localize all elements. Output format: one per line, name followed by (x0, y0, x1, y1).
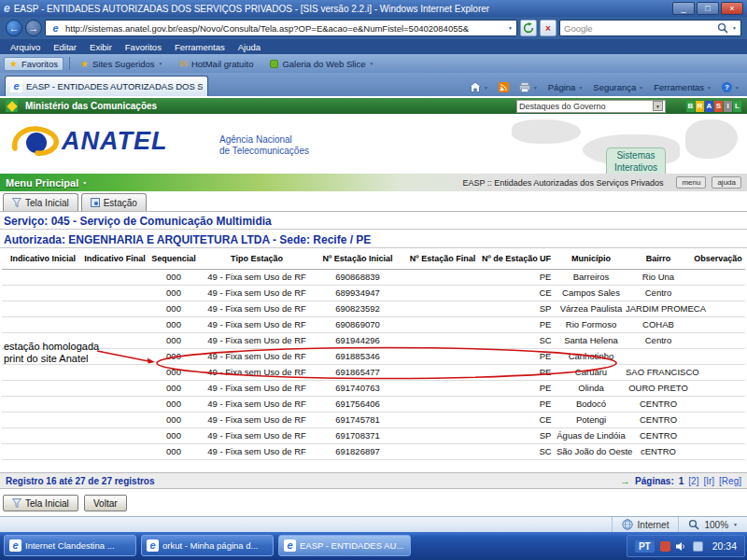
search-input[interactable]: Google (564, 23, 713, 34)
table-cell: 000 (146, 285, 202, 301)
tray-icon[interactable] (693, 541, 703, 552)
tools-menu-label: Ferramentas (654, 82, 704, 92)
menubar-item[interactable]: Arquivo (4, 42, 47, 52)
security-zone: Internet (612, 517, 679, 532)
address-dropdown-arrow[interactable]: ▼ (508, 25, 513, 31)
browser-tab[interactable]: e EASP - ENTIDADES AUTORIZADAS DOS SERVI… (5, 76, 208, 96)
tools-menu-button[interactable]: Ferramentas▼ (654, 82, 712, 92)
system-tray: PT 20:34 (627, 535, 745, 557)
clock[interactable]: 20:34 (712, 540, 737, 552)
menubar-item[interactable]: Exibir (83, 42, 119, 52)
voltar-button[interactable]: Voltar (84, 495, 127, 511)
reg-link[interactable]: [Reg] (719, 476, 741, 486)
table-cell (482, 332, 534, 348)
table-cell: 000 (146, 348, 202, 364)
search-icon[interactable] (717, 22, 728, 34)
favbar-item[interactable]: Sites Sugeridos▼ (76, 58, 167, 70)
favbar-item[interactable]: HotMail gratuito (176, 58, 259, 70)
table-row: 00049 - Fixa sem Uso de RF691826897SCSão… (2, 443, 745, 459)
table-cell: Canhotinho (557, 348, 626, 364)
table-cell: 691826897 (312, 443, 403, 459)
table-cell (691, 412, 745, 427)
table-row: 00049 - Fixa sem Uso de RF691708371SPÁgu… (2, 427, 745, 443)
feeds-button[interactable] (499, 82, 509, 92)
table-cell (691, 332, 745, 348)
column-header: Nº de Estação (482, 249, 534, 269)
menubar-item[interactable]: Ferramentas (168, 42, 232, 52)
table-cell: 691944296 (312, 332, 403, 348)
menubar-item[interactable]: Ajuda (232, 42, 267, 52)
zoom-dropdown-arrow[interactable]: ▼ (733, 522, 738, 527)
address-bar[interactable]: e http://sistemas.anatel.gov.br/easp/Nov… (45, 20, 517, 36)
ajuda-button[interactable]: ajuda (712, 176, 741, 189)
destaques-dropdown[interactable]: Destaques do Governo ▼ (516, 100, 666, 113)
zoom-control[interactable]: 100% ▼ (678, 517, 747, 532)
safety-menu-label: Segurança (593, 82, 636, 92)
home-button[interactable]: ▼ (470, 82, 488, 92)
table-cell: JARDIM PROMECA (626, 301, 691, 316)
menu-button[interactable]: menu (676, 176, 706, 189)
favorites-items: Sites Sugeridos▼HotMail gratuitoGaleria … (76, 58, 378, 70)
menubar-item[interactable]: Favoritos (119, 42, 168, 52)
menu-principal-button[interactable]: Menu Principal ▼ (6, 177, 87, 189)
stop-button[interactable]: × (540, 20, 557, 36)
language-indicator[interactable]: PT (635, 540, 655, 553)
table-cell: OURO PRETO (626, 380, 691, 396)
divider (69, 57, 70, 70)
breadcrumb: EASP :: Entidades Autorizadas dos Serviç… (462, 178, 663, 188)
print-button[interactable]: ▼ (519, 82, 538, 92)
refresh-button[interactable] (520, 20, 537, 36)
table-cell: 690869070 (312, 316, 403, 332)
brazil-flag-icon (6, 100, 18, 112)
help-button[interactable]: ?▼ (722, 82, 740, 92)
taskbar-window-button[interactable]: eInternet Clandestina ... (4, 535, 136, 556)
table-cell: 49 - Fixa sem Uso de RF (202, 412, 312, 427)
tray-icon[interactable] (660, 541, 670, 552)
table-cell: SP (534, 427, 557, 443)
globe-icon (622, 519, 633, 530)
address-url[interactable]: http://sistemas.anatel.gov.br/easp/Novo/… (65, 23, 504, 34)
ministry-title: Ministério das Comunicações (25, 101, 157, 111)
zone-label: Internet (638, 520, 669, 530)
minimize-button[interactable]: _ (672, 2, 695, 15)
table-row: 00049 - Fixa sem Uso de RF691944296SCSan… (2, 332, 745, 348)
sistemas-interativos-tab[interactable]: Sistemas Interativos (606, 147, 666, 174)
back-button[interactable]: ← (6, 20, 22, 36)
tab-tela-inicial[interactable]: Tela Inicial (3, 193, 78, 211)
safety-menu-button[interactable]: Segurança▼ (593, 82, 643, 92)
pages-arrow-icon: → (620, 475, 630, 486)
dropdown-arrow-icon[interactable]: ▼ (653, 101, 663, 111)
table-cell (2, 364, 84, 380)
close-button[interactable]: × (721, 2, 743, 15)
search-box[interactable]: Google ▼ (559, 20, 741, 36)
taskbar-window-button[interactable]: eorkut - Minha página d... (141, 535, 274, 556)
page-2-link[interactable]: [2] (688, 476, 698, 486)
record-count: Registro 16 até 27 de 27 registros (6, 476, 155, 486)
government-bar: Ministério das Comunicações Destaques do… (0, 98, 747, 114)
forward-button[interactable]: → (25, 20, 42, 36)
ir-link[interactable]: [Ir] (703, 476, 714, 486)
table-cell (403, 348, 482, 364)
tela-inicial-button[interactable]: Tela Inicial (3, 495, 78, 511)
favorites-button[interactable]: Favoritos (4, 57, 63, 71)
search-dropdown-arrow[interactable]: ▼ (732, 25, 737, 31)
tab-estacao-label: Estação (104, 198, 137, 208)
favbar-item[interactable]: Galeria do Web Slice▼ (265, 58, 378, 70)
taskbar-window-label: EASP - ENTIDADES AU... (300, 540, 403, 551)
table-cell (2, 380, 84, 396)
table-cell: 000 (146, 396, 202, 412)
maximize-button[interactable]: □ (697, 2, 719, 15)
favbar-item-label: Sites Sugeridos (92, 59, 155, 69)
volume-icon[interactable] (676, 541, 687, 552)
table-cell (482, 443, 534, 459)
table-cell (691, 364, 745, 380)
table-cell: Centro (626, 332, 691, 348)
table-cell: SC (534, 443, 557, 459)
table-cell (482, 285, 534, 301)
home-icon (470, 82, 481, 92)
taskbar-window-button[interactable]: eEASP - ENTIDADES AU... (278, 535, 411, 556)
page-menu-button[interactable]: Página▼ (548, 82, 584, 92)
menubar-item[interactable]: Editar (47, 42, 83, 52)
tab-estacao[interactable]: Estação (81, 193, 147, 211)
anatel-logo-icon (11, 123, 60, 162)
